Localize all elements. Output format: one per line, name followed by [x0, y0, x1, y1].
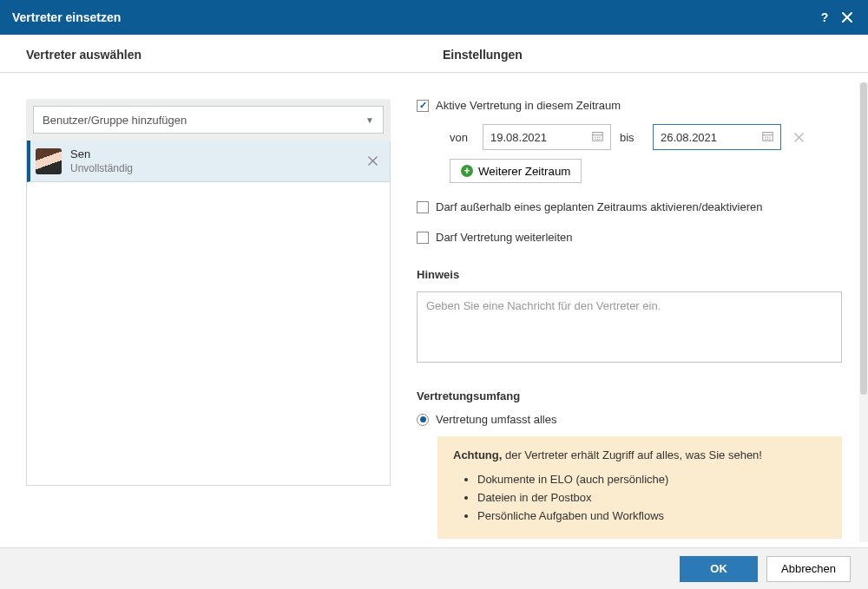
svg-point-3	[597, 136, 598, 137]
bis-label: bis	[620, 131, 644, 144]
scope-heading: Vertretungsumfang	[417, 389, 842, 402]
scope-all-label: Vertretung umfasst alles	[436, 413, 556, 426]
user-picker-wrap: Benutzer/Gruppe hinzufügen ▼	[26, 99, 391, 141]
svg-point-7	[599, 139, 600, 140]
left-column: Benutzer/Gruppe hinzufügen ▼ Sen Unvolls…	[0, 73, 417, 547]
bis-date-field[interactable]	[661, 131, 759, 144]
subheader-left: Vertreter auswählen	[0, 35, 417, 72]
scope-warning-prefix: Achtung,	[453, 448, 502, 461]
allow-forward-checkbox[interactable]	[417, 232, 429, 244]
dialog-titlebar: Vertreter einsetzen ?	[0, 0, 868, 35]
list-item[interactable]: Sen Unvollständig	[27, 141, 390, 182]
active-period-checkbox[interactable]	[417, 100, 429, 112]
allow-toggle-label: Darf außerhalb eines geplanten Zeitraums…	[436, 200, 762, 213]
scope-warning-box: Achtung, der Vertreter erhält Zugriff au…	[437, 436, 842, 539]
von-label: von	[450, 131, 474, 144]
hint-heading: Hinweis	[417, 268, 842, 281]
svg-point-12	[769, 136, 770, 137]
scope-all-row: Vertretung umfasst alles	[417, 413, 842, 426]
list-item: Dokumente in ELO (auch persönliche)	[477, 470, 826, 488]
dialog-footer: OK Abbrechen	[0, 547, 868, 589]
svg-point-4	[599, 136, 600, 137]
calendar-icon[interactable]	[762, 130, 773, 144]
svg-point-11	[767, 136, 768, 137]
allow-forward-row: Darf Vertretung weiterleiten	[417, 231, 842, 244]
list-item: Dateien in der Postbox	[477, 488, 826, 507]
allow-toggle-row: Darf außerhalb eines geplanten Zeitraums…	[417, 200, 842, 213]
active-period-label: Aktive Vertretung in diesem Zeitraum	[436, 99, 621, 112]
dialog-content: Benutzer/Gruppe hinzufügen ▼ Sen Unvolls…	[0, 73, 868, 547]
svg-point-14	[767, 139, 768, 140]
scrollbar-track[interactable]	[859, 82, 868, 542]
scope-warning-text: Achtung, der Vertreter erhält Zugriff au…	[453, 448, 826, 461]
allow-forward-label: Darf Vertretung weiterleiten	[436, 231, 573, 244]
svg-point-13	[765, 139, 766, 140]
calendar-icon[interactable]	[592, 130, 603, 144]
allow-toggle-checkbox[interactable]	[417, 201, 429, 213]
svg-point-6	[597, 139, 598, 140]
svg-point-10	[765, 136, 766, 137]
scope-warning-list: Dokumente in ELO (auch persönliche) Date…	[453, 470, 826, 525]
date-row: von bis	[450, 124, 842, 150]
close-icon[interactable]	[838, 9, 856, 26]
dialog-subheader: Vertreter auswählen Einstellungen	[0, 35, 868, 73]
bis-date-input[interactable]	[653, 124, 781, 150]
svg-point-5	[595, 139, 595, 140]
help-icon[interactable]: ?	[816, 9, 833, 26]
scope-all-radio[interactable]	[417, 414, 429, 426]
user-picker-placeholder: Benutzer/Gruppe hinzufügen	[43, 114, 187, 127]
clear-date-icon[interactable]	[790, 128, 807, 146]
von-date-field[interactable]	[490, 131, 589, 144]
chevron-down-icon: ▼	[365, 115, 374, 125]
hint-textarea[interactable]	[417, 291, 842, 363]
active-period-row: Aktive Vertretung in diesem Zeitraum	[417, 99, 842, 112]
right-column: Aktive Vertretung in diesem Zeitraum von…	[417, 73, 868, 547]
dialog-title: Vertreter einsetzen	[12, 10, 121, 24]
plus-icon: +	[461, 165, 473, 177]
von-date-input[interactable]	[483, 124, 611, 150]
svg-point-2	[595, 136, 595, 137]
user-name: Sen	[70, 147, 133, 160]
list-item: Persönliche Aufgaben und Workflows	[477, 507, 826, 525]
scrollbar-thumb[interactable]	[860, 82, 867, 395]
user-text: Sen Unvollständig	[70, 147, 133, 174]
user-picker-dropdown[interactable]: Benutzer/Gruppe hinzufügen ▼	[33, 106, 384, 134]
scope-warning-body: der Vertreter erhält Zugriff auf alles, …	[502, 448, 762, 461]
ok-button[interactable]: OK	[680, 556, 758, 582]
cancel-button[interactable]: Abbrechen	[766, 556, 851, 582]
avatar	[36, 148, 62, 174]
subheader-right: Einstellungen	[417, 35, 868, 72]
user-status: Unvollständig	[70, 162, 133, 174]
svg-point-15	[769, 139, 770, 140]
remove-user-icon[interactable]	[365, 151, 381, 172]
add-period-button[interactable]: + Weiterer Zeitraum	[450, 159, 582, 183]
add-period-label: Weiterer Zeitraum	[478, 165, 570, 178]
user-list: Sen Unvollständig	[26, 141, 391, 486]
